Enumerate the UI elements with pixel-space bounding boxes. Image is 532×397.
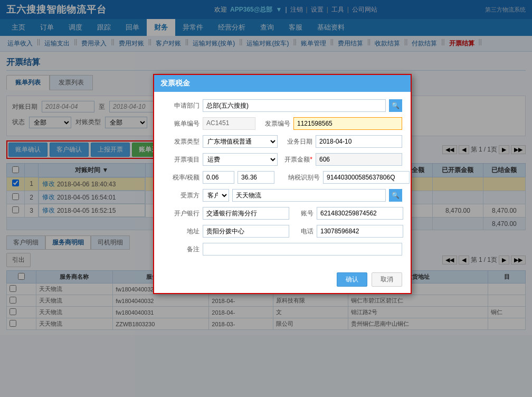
phone-input[interactable] [317,225,403,238]
tax-row: 税率/税额 纳税识别号 [163,171,402,184]
invoice-type-select[interactable]: 广东增值税普通 [203,135,278,148]
phone-label: 电话 [292,227,314,236]
modal-title: 发票税金 [154,75,411,92]
bill-no-label: 账单编号 [163,119,200,128]
tax-rate-input[interactable] [203,171,234,184]
receiver-row: 受票方 客户 🔍 [163,189,402,202]
modal-body: 申请部门 🔍 账单编号 AC1451 发票编号 发票类型 广东增值税普通 业务日… [154,92,411,268]
business-date-label: 业务日期 [281,137,312,146]
apply-dept-search-btn[interactable]: 🔍 [389,99,402,112]
address-label: 地址 [163,227,200,236]
invoice-amount-label: 开票金额 [281,155,312,164]
note-row: 备注 [163,243,402,256]
account-no-input[interactable] [317,207,403,220]
apply-dept-label: 申请部门 [163,101,200,110]
invoice-no-label: 发票编号 [259,119,290,128]
tax-id-label: 纳税识别号 [278,173,320,182]
account-no-label: 账号 [292,209,314,218]
bill-invoice-no-row: 账单编号 AC1451 发票编号 [163,117,402,130]
business-date-input[interactable] [316,135,402,148]
tax-rate-label: 税率/税额 [163,173,200,182]
confirm-button[interactable]: 确认 [337,272,367,287]
receiver-type-select[interactable]: 客户 [203,189,229,202]
invoice-tax-modal: 发票税金 申请部门 🔍 账单编号 AC1451 发票编号 发票类型 广东增值税普… [153,74,412,294]
item-amount-row: 开票项目 运费 开票金额 [163,153,402,166]
note-label: 备注 [163,245,200,254]
tax-id-input[interactable] [323,171,410,184]
note-input[interactable] [203,243,402,256]
cancel-button[interactable]: 取消 [372,272,402,287]
apply-dept-row: 申请部门 🔍 [163,99,402,112]
bank-label: 开户银行 [163,209,200,218]
bill-no-display: AC1451 [203,117,255,130]
address-input[interactable] [203,225,289,238]
type-date-row: 发票类型 广东增值税普通 业务日期 [163,135,402,148]
invoice-type-label: 发票类型 [163,137,200,146]
invoice-amount-input[interactable] [316,153,402,166]
invoice-item-label: 开票项目 [163,155,200,164]
receiver-label: 受票方 [163,191,200,200]
modal-footer: 确认 取消 [154,268,411,293]
invoice-item-select[interactable]: 运费 [203,153,278,166]
address-phone-row: 地址 电话 [163,225,402,238]
bank-input[interactable] [203,207,289,220]
tax-amount-input[interactable] [238,171,274,184]
apply-dept-input[interactable] [203,99,386,112]
receiver-name-input[interactable] [232,189,386,202]
bank-account-row: 开户银行 账号 [163,207,402,220]
receiver-search-btn[interactable]: 🔍 [389,189,402,202]
invoice-no-input[interactable] [293,117,402,130]
